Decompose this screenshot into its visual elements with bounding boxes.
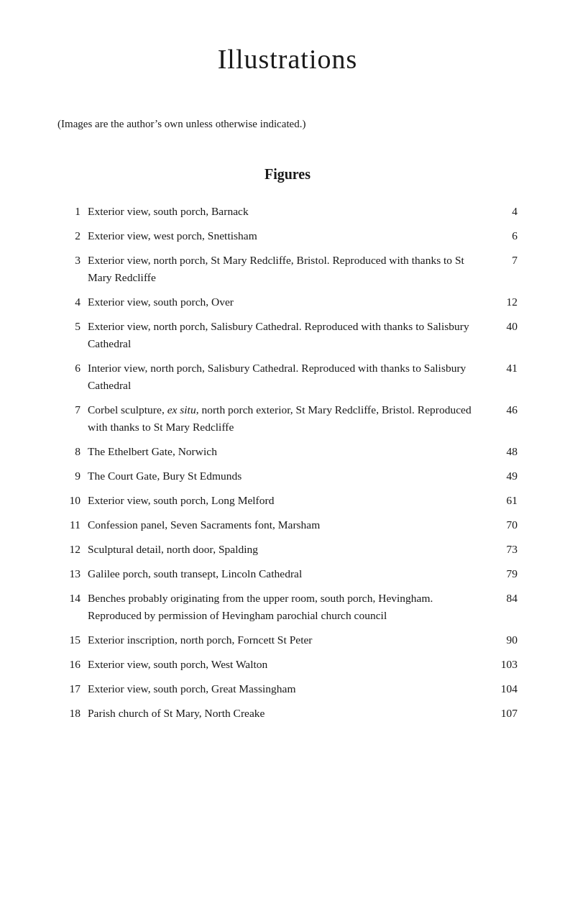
figure-number: 16 (58, 656, 88, 673)
figure-row: 18 Parish church of St Mary, North Creak… (58, 705, 518, 722)
figure-page: 40 (492, 318, 518, 335)
figure-number: 4 (58, 293, 88, 311)
figure-description: Exterior view, north porch, Salisbury Ca… (88, 318, 492, 352)
figure-description: Parish church of St Mary, North Creake (88, 705, 492, 722)
figure-page: 49 (492, 467, 518, 485)
figure-row: 12 Sculptural detail, north door, Spaldi… (58, 541, 518, 558)
figure-page: 90 (492, 631, 518, 649)
figure-description: Corbel sculpture, ex situ, north porch e… (88, 401, 492, 436)
figure-number: 9 (58, 467, 88, 485)
figure-description: Exterior view, south porch, Long Melford (88, 492, 492, 509)
figure-description: Exterior view, west porch, Snettisham (88, 227, 492, 244)
figure-description: Galilee porch, south transept, Lincoln C… (88, 565, 492, 582)
figure-page: 79 (492, 565, 518, 582)
figure-row: 9 The Court Gate, Bury St Edmunds 49 (58, 467, 518, 485)
figure-page: 104 (492, 680, 518, 697)
figure-number: 10 (58, 492, 88, 509)
figure-page: 61 (492, 492, 518, 509)
figure-row: 15 Exterior inscription, north porch, Fo… (58, 631, 518, 649)
figure-row: 16 Exterior view, south porch, West Walt… (58, 656, 518, 673)
figure-row: 6 Interior view, north porch, Salisbury … (58, 360, 518, 394)
image-note: (Images are the author’s own unless othe… (58, 118, 518, 130)
figure-number: 18 (58, 705, 88, 722)
figure-number: 17 (58, 680, 88, 697)
figure-number: 7 (58, 401, 88, 418)
figure-description: Confession panel, Seven Sacraments font,… (88, 516, 492, 534)
figure-description: Sculptural detail, north door, Spalding (88, 541, 492, 558)
figure-number: 3 (58, 252, 88, 269)
figure-page: 6 (492, 227, 518, 244)
figure-page: 4 (492, 203, 518, 220)
page-title: Illustrations (58, 43, 518, 75)
figure-number: 2 (58, 227, 88, 244)
figure-page: 12 (492, 293, 518, 311)
figure-description: Exterior view, north porch, St Mary Redc… (88, 252, 492, 286)
figure-page: 107 (492, 705, 518, 722)
figure-row: 11 Confession panel, Seven Sacraments fo… (58, 516, 518, 534)
figure-description: The Court Gate, Bury St Edmunds (88, 467, 492, 485)
figure-description: Exterior view, south porch, Over (88, 293, 492, 311)
figure-page: 73 (492, 541, 518, 558)
figure-number: 13 (58, 565, 88, 582)
figure-description: Exterior view, south porch, Barnack (88, 203, 492, 220)
figure-description: Interior view, north porch, Salisbury Ca… (88, 360, 492, 394)
figure-description: Benches probably originating from the up… (88, 590, 492, 624)
figures-list: 1 Exterior view, south porch, Barnack 4 … (58, 203, 518, 722)
figure-page: 46 (492, 401, 518, 418)
figure-number: 11 (58, 516, 88, 534)
figure-page: 70 (492, 516, 518, 534)
figure-description: The Ethelbert Gate, Norwich (88, 443, 492, 460)
figure-row: 5 Exterior view, north porch, Salisbury … (58, 318, 518, 352)
figure-row: 17 Exterior view, south porch, Great Mas… (58, 680, 518, 697)
figure-number: 12 (58, 541, 88, 558)
figure-page: 48 (492, 443, 518, 460)
figure-row: 4 Exterior view, south porch, Over 12 (58, 293, 518, 311)
figure-row: 8 The Ethelbert Gate, Norwich 48 (58, 443, 518, 460)
figure-description: Exterior inscription, north porch, Fornc… (88, 631, 492, 649)
figure-number: 6 (58, 360, 88, 377)
figure-number: 14 (58, 590, 88, 607)
figure-page: 41 (492, 360, 518, 377)
figure-page: 84 (492, 590, 518, 607)
figure-row: 1 Exterior view, south porch, Barnack 4 (58, 203, 518, 220)
section-title: Figures (58, 166, 518, 183)
figure-number: 5 (58, 318, 88, 335)
figure-description: Exterior view, south porch, Great Massin… (88, 680, 492, 697)
figure-row: 3 Exterior view, north porch, St Mary Re… (58, 252, 518, 286)
figure-row: 10 Exterior view, south porch, Long Melf… (58, 492, 518, 509)
figure-row: 13 Galilee porch, south transept, Lincol… (58, 565, 518, 582)
figure-number: 15 (58, 631, 88, 649)
figure-row: 14 Benches probably originating from the… (58, 590, 518, 624)
figure-number: 1 (58, 203, 88, 220)
figure-description: Exterior view, south porch, West Walton (88, 656, 492, 673)
figure-number: 8 (58, 443, 88, 460)
figure-page: 7 (492, 252, 518, 269)
figure-page: 103 (492, 656, 518, 673)
figure-row: 2 Exterior view, west porch, Snettisham … (58, 227, 518, 244)
figure-row: 7 Corbel sculpture, ex situ, north porch… (58, 401, 518, 436)
